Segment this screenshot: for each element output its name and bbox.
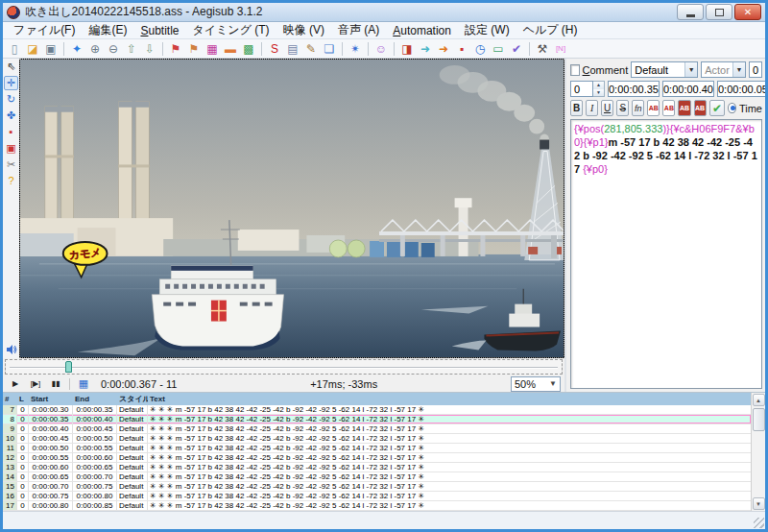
video-zoom-select[interactable]: 50% ▼ <box>511 376 561 392</box>
column-header[interactable]: End <box>73 395 117 403</box>
shadow-color-button[interactable]: AB <box>694 100 707 116</box>
scroll-thumb[interactable] <box>753 408 765 431</box>
shift-times-icon[interactable]: ◨ <box>398 40 416 57</box>
table-row[interactable]: 1300:00:00.600:00:00.65Default✳ ✳ ✳ m -5… <box>3 463 751 472</box>
column-header[interactable]: スタイル <box>117 394 148 404</box>
resample-resolution-icon[interactable]: ▩ <box>240 40 257 57</box>
scroll-down-icon[interactable]: ▼ <box>753 497 765 510</box>
script-resolution-icon[interactable]: ▭ <box>490 40 507 57</box>
table-row[interactable]: 1200:00:00.550:00:00.60Default✳ ✳ ✳ m -5… <box>3 453 751 463</box>
menu-item[interactable]: ヘルプ (H) <box>516 21 585 39</box>
scale-tool-icon[interactable]: ▪ <box>4 125 18 139</box>
menu-item[interactable]: 映像 (V) <box>276 21 331 39</box>
menu-item[interactable]: 音声 (A) <box>331 21 386 39</box>
menu-item[interactable]: Automation <box>386 23 458 38</box>
minimize-button[interactable] <box>677 4 704 20</box>
chevron-down-icon[interactable]: ▼ <box>684 62 697 77</box>
column-header[interactable]: # <box>3 395 17 403</box>
underline-button[interactable]: U <box>601 100 613 116</box>
primary-color-button[interactable]: AB <box>647 100 660 116</box>
menu-item[interactable]: タイミング (T) <box>186 21 276 39</box>
zoom-in-icon[interactable]: ⊕ <box>86 40 104 57</box>
grid-scrollbar[interactable]: ▲ ▼ <box>751 393 765 511</box>
sort-end-icon[interactable]: ⇩ <box>141 40 158 57</box>
about-icon[interactable]: ☺ <box>372 40 390 57</box>
vector-clip-tool-icon[interactable]: ✂ <box>4 157 18 172</box>
save-file-icon[interactable]: ▣ <box>42 40 60 57</box>
column-header[interactable]: L <box>17 395 29 403</box>
subtitle-text-editor[interactable]: {¥pos(281,805.333)}{¥c&H06F9F7&¥b0}{¥p1}… <box>570 119 762 389</box>
translation-assistant-icon[interactable]: ❏ <box>321 40 338 57</box>
automation-icon[interactable]: ✴ <box>347 40 364 57</box>
drag-tool-icon[interactable]: ✛ <box>4 76 18 90</box>
spin-up-icon[interactable]: ▲ <box>593 82 604 89</box>
jump-to-icon[interactable]: ✦ <box>68 40 85 57</box>
menu-item[interactable]: 設定 (W) <box>458 21 516 39</box>
keyframe-prev-icon[interactable]: ⚑ <box>167 40 184 57</box>
column-header[interactable]: Text <box>148 395 751 403</box>
styling-assistant-icon[interactable]: ✎ <box>302 40 320 57</box>
zoom-out-icon[interactable]: ⊖ <box>105 40 122 57</box>
menu-item[interactable]: 編集(E) <box>82 21 133 39</box>
time-radio[interactable] <box>728 103 736 113</box>
table-row[interactable]: 1100:00:00.500:00:00.55Default✳ ✳ ✳ m -5… <box>3 444 751 453</box>
actor-select[interactable]: Actor ▼ <box>701 61 746 78</box>
table-row[interactable]: 1600:00:00.750:00:00.80Default✳ ✳ ✳ m -5… <box>3 492 751 501</box>
scroll-up-icon[interactable]: ▲ <box>753 394 765 406</box>
timing-postprocessor-icon[interactable]: ➜ <box>417 40 434 57</box>
table-row[interactable]: 1500:00:00.700:00:00.75Default✳ ✳ ✳ m -5… <box>3 482 751 492</box>
open-file-icon[interactable]: ◪ <box>24 40 41 57</box>
help-tool-icon[interactable]: ? <box>4 174 18 188</box>
column-header[interactable]: Start <box>29 395 73 403</box>
menu-item[interactable]: Subtitle <box>133 23 185 38</box>
new-file-icon[interactable]: ▯ <box>6 40 23 57</box>
auto-seek-video-icon[interactable]: ▦ <box>75 376 92 391</box>
styles-manager-icon[interactable]: ▦ <box>204 40 221 57</box>
video-display[interactable]: カモメ <box>19 59 564 358</box>
table-row[interactable]: 800:00:00.350:00:00.40Default✳ ✳ ✳ m -57… <box>3 415 751 424</box>
keyframe-next-icon[interactable]: ⚑ <box>185 40 203 57</box>
commit-button[interactable]: ✔ <box>709 100 726 116</box>
style-select[interactable]: Default ▼ <box>631 61 698 78</box>
outline-color-button[interactable]: AB <box>678 100 690 116</box>
script-properties-icon[interactable]: ▤ <box>284 40 301 57</box>
rotate-z-tool-icon[interactable]: ↻ <box>4 92 18 107</box>
layer-stepper[interactable]: 0 ▲▼ <box>570 81 605 97</box>
cursor-tool-icon[interactable]: ⇖ <box>4 60 18 74</box>
spell-checker-icon[interactable]: S <box>266 40 283 57</box>
attachments-icon[interactable]: ▬ <box>222 40 239 57</box>
shift-clock-icon[interactable]: ◷ <box>471 40 489 57</box>
title-bar[interactable]: 吹き出し20140222145518.ass - Aegisub 3.1.2 ✕ <box>3 3 765 22</box>
sort-start-icon[interactable]: ⇧ <box>123 40 140 57</box>
play-line-button[interactable]: [▶] <box>27 376 44 391</box>
clip-tool-icon[interactable]: ▣ <box>4 141 18 156</box>
comment-checkbox[interactable] <box>570 64 580 76</box>
snap-icon[interactable]: ▪ <box>453 40 470 57</box>
rotate-xy-tool-icon[interactable]: ✤ <box>4 109 18 123</box>
font-face-button[interactable]: fn <box>632 100 644 116</box>
start-time-field[interactable]: 0:00:00.35 <box>608 81 660 97</box>
spin-down-icon[interactable]: ▼ <box>593 89 604 97</box>
duration-field[interactable]: 0:00:00.05 <box>717 81 765 97</box>
table-row[interactable]: 1400:00:00.650:00:00.70Default✳ ✳ ✳ m -5… <box>3 472 751 482</box>
check-updates-icon[interactable]: ✔ <box>508 40 525 57</box>
strikeout-button[interactable]: S <box>616 100 629 116</box>
italic-button[interactable]: I <box>586 100 598 116</box>
bold-button[interactable]: B <box>570 100 583 116</box>
toggle-tags-icon[interactable]: [N] <box>552 40 569 57</box>
end-time-field[interactable]: 0:00:00.40 <box>662 81 714 97</box>
chevron-down-icon[interactable]: ▼ <box>732 62 745 77</box>
play-button[interactable]: ▶ <box>7 376 24 391</box>
resize-grip[interactable] <box>754 518 764 528</box>
menu-item[interactable]: ファイル(F) <box>7 21 82 39</box>
pause-button[interactable]: ▮▮ <box>47 376 64 391</box>
volume-icon[interactable] <box>4 342 18 356</box>
table-row[interactable]: 1000:00:00.450:00:00.50Default✳ ✳ ✳ m -5… <box>3 434 751 444</box>
kanji-timer-icon[interactable]: ➜ <box>435 40 452 57</box>
table-row[interactable]: 700:00:00.300:00:00.35Default✳ ✳ ✳ m -57… <box>3 405 751 415</box>
options-icon[interactable]: ⚒ <box>534 40 551 57</box>
table-row[interactable]: 900:00:00.400:00:00.45Default✳ ✳ ✳ m -57… <box>3 424 751 434</box>
close-button[interactable]: ✕ <box>734 4 761 20</box>
restore-button[interactable] <box>706 4 732 20</box>
table-row[interactable]: 1700:00:00.800:00:00.85Default✳ ✳ ✳ m -5… <box>3 501 751 511</box>
